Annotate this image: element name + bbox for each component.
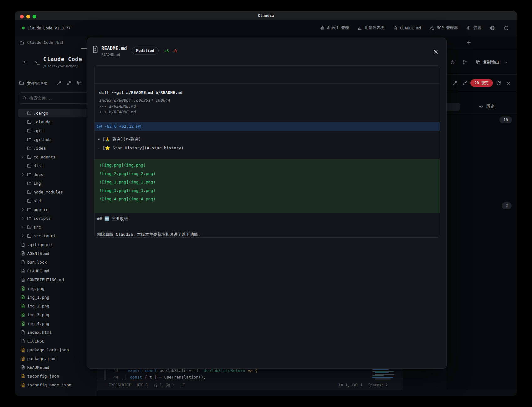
image-file-icon <box>21 295 25 300</box>
info-icon <box>504 25 509 31</box>
tree-item[interactable]: scripts <box>18 214 94 223</box>
tree-item-label: index.html <box>27 330 52 335</box>
search-input[interactable] <box>29 96 90 100</box>
status-item[interactable]: LF <box>180 383 185 388</box>
tree-item[interactable]: src <box>18 223 94 231</box>
tree-item[interactable]: package.json <box>18 354 94 363</box>
tree-item-label: README.md <box>27 365 49 370</box>
history-tab[interactable]: 历史 <box>479 104 494 109</box>
folder-icon <box>27 163 32 168</box>
tree-item[interactable]: package-lock.json <box>18 345 94 354</box>
back-button[interactable] <box>23 59 28 64</box>
collapse-button[interactable] <box>462 81 467 86</box>
diff-new-file-line: +++ b/README.md <box>95 109 440 115</box>
tree-item[interactable]: AGENTS.md <box>18 249 94 258</box>
tree-item[interactable]: bun.lock <box>18 258 94 266</box>
tree-item[interactable]: old <box>18 196 94 205</box>
tree-item[interactable]: img_3.png <box>18 310 94 319</box>
search-icon <box>22 96 27 100</box>
diff-added-block: ![img.png](img.png)![img_2.png](img_2.pn… <box>95 159 440 213</box>
copy-output-button[interactable]: 复制输出 <box>483 59 499 65</box>
nav-usage-dashboard[interactable]: 用量仪表板 <box>357 25 384 31</box>
minimap[interactable] <box>372 369 398 380</box>
fold-chevron-icon[interactable] <box>121 369 125 373</box>
close-panel-button[interactable] <box>506 81 511 86</box>
collapse-button[interactable] <box>66 80 72 86</box>
copy-output-icon[interactable] <box>476 60 481 65</box>
tree-item[interactable]: img_1.png <box>18 293 94 301</box>
tree-item[interactable]: node_modules <box>18 188 94 196</box>
network-icon <box>429 26 434 30</box>
tree-item[interactable]: .git <box>18 126 94 135</box>
copy-button[interactable] <box>77 80 82 86</box>
folder-icon <box>27 234 32 238</box>
copy-icon <box>77 80 82 86</box>
status-item[interactable]: UTF-8 <box>137 383 148 388</box>
tree-item-label: bun.lock <box>27 260 47 265</box>
partial-tab-button[interactable] <box>445 103 460 111</box>
status-item[interactable]: 行 1, 列 1 <box>154 383 174 388</box>
tree-item[interactable]: dist <box>18 161 94 170</box>
chevron-down-icon[interactable] <box>504 61 508 65</box>
tree-item-label: tsconfig.json <box>27 374 59 379</box>
tree-item[interactable]: img_4.png <box>18 319 94 328</box>
tree-item[interactable]: .idea <box>18 144 94 152</box>
tree-item[interactable]: public <box>18 205 94 214</box>
traffic-close-button[interactable] <box>20 15 24 18</box>
status-item[interactable]: TYPESCRIPT <box>109 383 130 388</box>
info-button[interactable] <box>504 25 509 31</box>
modal-close-button[interactable] <box>433 49 438 54</box>
status-item[interactable]: Ln 1, Col 1 <box>339 383 363 387</box>
tree-item[interactable]: CONTRIBUTING.md <box>18 275 94 284</box>
tree-item[interactable]: img <box>18 179 94 188</box>
tree-item[interactable]: CLAUDE.md <box>18 266 94 275</box>
tree-item[interactable]: docs <box>18 170 94 179</box>
tree-item[interactable]: cc_agents <box>18 152 94 161</box>
expand-button[interactable] <box>56 80 61 86</box>
language-globe-button[interactable] <box>490 25 495 31</box>
tree-item[interactable]: img.png <box>18 284 94 293</box>
status-item[interactable]: Spaces: 2 <box>368 383 388 387</box>
tree-item-label: .github <box>33 137 51 142</box>
tree-item[interactable]: tsconfig.json <box>18 372 94 380</box>
count-badge: 18 <box>499 116 512 123</box>
divider <box>447 92 517 92</box>
traffic-minimize-button[interactable] <box>26 15 30 18</box>
chevron-right-icon <box>21 216 25 220</box>
tree-item[interactable]: README.md <box>18 363 94 372</box>
json-file-icon <box>21 383 25 387</box>
diff-body-line: 相比原版 Claudia，本版本主要新增和改进了以下功能： <box>97 232 440 237</box>
markdown-file-icon <box>21 365 25 370</box>
tree-item[interactable]: .cargo <box>18 109 94 117</box>
folder-icon <box>27 225 32 229</box>
tree-item-label: node_modules <box>33 190 63 194</box>
folder-icon <box>27 128 32 133</box>
tree-item[interactable]: tsconfig.node.json <box>18 380 94 389</box>
new-tab-button[interactable] <box>466 40 471 45</box>
nav-mcp-manager[interactable]: MCP 管理器 <box>429 25 458 31</box>
nav-claude-md[interactable]: CLAUDE.md <box>393 26 421 30</box>
file-icon <box>21 260 25 265</box>
tree-item[interactable]: LICENSE <box>18 337 94 345</box>
nav-settings[interactable]: 设置 <box>466 25 481 31</box>
changes-count-badge[interactable]: 20 变更 <box>470 79 493 87</box>
settings-button[interactable] <box>450 60 455 65</box>
tab-claude-code-project[interactable]: Claude Code 项目 <box>15 36 87 49</box>
file-icon <box>21 339 25 343</box>
file-manager-header: 文件管理器 <box>15 79 97 87</box>
tree-item-label: AGENTS.md <box>27 251 49 256</box>
modal-title: README.md <box>101 46 127 51</box>
chevron-right-icon <box>21 155 25 159</box>
refresh-button[interactable] <box>496 81 501 86</box>
tree-item[interactable]: img_2.png <box>18 301 94 310</box>
expand-button[interactable] <box>452 81 457 86</box>
git-branch-button[interactable] <box>463 60 468 65</box>
tree-item[interactable]: index.html <box>18 328 94 337</box>
tree-item-label: public <box>33 207 48 212</box>
traffic-maximize-button[interactable] <box>33 15 36 18</box>
tree-item[interactable]: .github <box>18 135 94 144</box>
tree-item[interactable]: src-tauri <box>18 231 94 240</box>
tree-item[interactable]: .gitignore <box>18 240 94 249</box>
tree-item[interactable]: .claude <box>18 117 94 126</box>
nav-agent-manager[interactable]: Agent 管理 <box>320 25 349 31</box>
